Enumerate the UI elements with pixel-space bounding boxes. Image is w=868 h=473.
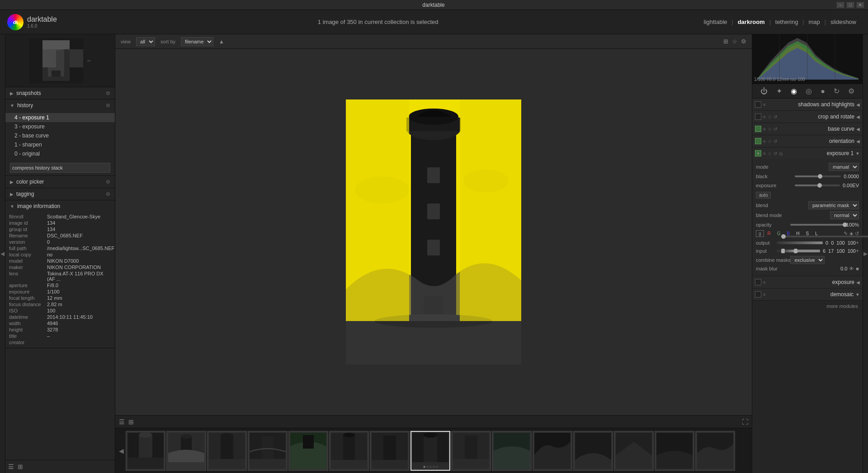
- filmstrip-thumb-1[interactable]: [126, 431, 165, 471]
- input-slider[interactable]: [777, 250, 820, 252]
- mode-select[interactable]: manual: [829, 163, 859, 171]
- input-add-icon[interactable]: +: [856, 248, 859, 254]
- snapshots-settings-icon[interactable]: ⚙: [106, 90, 110, 96]
- filmstrip-thumb-5[interactable]: [288, 431, 328, 471]
- module-orientation-header[interactable]: ≡ ☆ ↺ orientation ◀: [752, 135, 863, 147]
- orientation-reset-icon[interactable]: ↺: [774, 139, 777, 144]
- filmstrip-thumb-2[interactable]: [166, 431, 206, 471]
- chan-tab-g[interactable]: g: [756, 230, 764, 237]
- maximize-button[interactable]: □: [846, 2, 854, 8]
- power-icon[interactable]: ⏻: [760, 87, 768, 95]
- sort-order-icon[interactable]: ▲: [219, 38, 224, 45]
- nav-map[interactable]: map: [804, 17, 824, 27]
- opacity-slider[interactable]: [790, 221, 844, 228]
- filmstrip-thumb-13[interactable]: [614, 431, 654, 471]
- auto-button[interactable]: auto: [756, 192, 771, 199]
- thumbnail-expand[interactable]: ↔: [87, 58, 92, 63]
- tagging-header[interactable]: ▶ tagging ⚙: [5, 188, 115, 200]
- orientation-toggle[interactable]: [755, 138, 761, 144]
- module-demosaic-header[interactable]: ≡ demosaic ▼: [752, 289, 863, 300]
- demosaic-toggle[interactable]: [755, 291, 761, 298]
- color-picker-settings-icon[interactable]: ⚙: [106, 179, 110, 185]
- filmstrip-thumb-12[interactable]: [573, 431, 613, 471]
- detail-icon[interactable]: ●: [821, 87, 825, 95]
- filmstrip-thumb-15[interactable]: [695, 431, 735, 471]
- minimize-button[interactable]: –: [836, 2, 844, 8]
- base-curve-reset-icon[interactable]: ↺: [774, 127, 777, 132]
- module-exposure2-header[interactable]: ≡ exposure ◀: [752, 276, 863, 288]
- nav-slideshow[interactable]: slideshow: [826, 17, 861, 27]
- filmstrip-thumb-6[interactable]: [329, 431, 369, 471]
- filmstrip-thumb-9[interactable]: [451, 431, 491, 471]
- color-icon[interactable]: ◉: [791, 87, 797, 95]
- history-item-2[interactable]: 2 - base curve: [5, 131, 115, 140]
- filmstrip-left-arrow[interactable]: ◀: [117, 447, 126, 454]
- nav-darkroom[interactable]: darkroom: [733, 17, 769, 27]
- blend-mode-select[interactable]: normal: [830, 211, 859, 219]
- output-add-icon[interactable]: +: [856, 240, 859, 246]
- filmstrip-thumb-7[interactable]: [370, 431, 410, 471]
- crop-star-icon[interactable]: ☆: [768, 114, 772, 119]
- output-slider[interactable]: [777, 241, 823, 244]
- exposure2-toggle[interactable]: [755, 279, 761, 285]
- more-modules[interactable]: more modules: [752, 301, 863, 312]
- right-panel-collapse[interactable]: ▶: [863, 34, 868, 473]
- snapshots-header[interactable]: ▶ snapshots ⚙: [5, 87, 115, 99]
- filmstrip-thumb-active[interactable]: ★☆☆☆☆: [410, 431, 450, 471]
- filmstrip-thumb-14[interactable]: [655, 431, 694, 471]
- module-crop-header[interactable]: ≡ ☆ ↺ crop and rotate ◀: [752, 111, 863, 123]
- effect-icon[interactable]: ⚙: [848, 87, 854, 95]
- nav-lighttable[interactable]: lighttable: [699, 17, 732, 27]
- filmstrip-thumb-4[interactable]: [248, 431, 288, 471]
- module-shadows-header[interactable]: ≡ shadows and highlights ◀: [752, 99, 863, 110]
- base-curve-star-icon[interactable]: ☆: [768, 127, 772, 132]
- close-button[interactable]: ✕: [856, 2, 864, 8]
- mask-blur-lock-icon[interactable]: ■: [856, 266, 859, 271]
- combine-select[interactable]: exclusive: [790, 256, 825, 264]
- nav-tethering[interactable]: tethering: [771, 17, 803, 27]
- module-exposure-header[interactable]: ● ≡ ☆ ↺ ◎ exposure 1 ▼: [752, 147, 863, 159]
- history-item-0[interactable]: 0 - original: [5, 149, 115, 158]
- presets-icon[interactable]: ✦: [776, 87, 782, 95]
- left-toolbar-list-icon[interactable]: ☰: [8, 463, 14, 470]
- exposure-reset-icon[interactable]: ↺: [774, 151, 777, 156]
- black-slider[interactable]: [795, 173, 841, 180]
- left-panel-collapse[interactable]: ◀: [0, 34, 5, 473]
- filmstrip-thumb-11[interactable]: [533, 431, 572, 471]
- bottom-expand-icon[interactable]: ⛶: [742, 418, 748, 426]
- tagging-settings-icon[interactable]: ⚙: [106, 191, 110, 197]
- history-item-3[interactable]: 3 - exposure: [5, 122, 115, 131]
- grid-icon[interactable]: ⊞: [723, 38, 728, 45]
- left-toolbar-presets-icon[interactable]: ⊞: [18, 463, 23, 470]
- shadows-toggle[interactable]: [755, 101, 761, 108]
- view-select[interactable]: all: [136, 37, 155, 46]
- chan-tab-r[interactable]: R: [765, 230, 774, 237]
- exposure-slider[interactable]: [795, 182, 840, 189]
- bottom-list-icon[interactable]: ☰: [119, 418, 125, 426]
- mask-blur-eye-icon[interactable]: 👁: [849, 266, 854, 271]
- filmstrip-thumb-10[interactable]: [492, 431, 532, 471]
- base-curve-toggle[interactable]: [755, 126, 761, 132]
- history-settings-icon[interactable]: ⚙: [106, 103, 110, 109]
- blend-select[interactable]: parametric mask: [808, 201, 859, 209]
- module-base-curve-header[interactable]: ≡ ☆ ↺ base curve ◀: [752, 123, 863, 135]
- crop-reset-icon[interactable]: ↺: [774, 114, 777, 119]
- sort-select[interactable]: filename: [181, 37, 213, 46]
- correct-icon[interactable]: ◎: [806, 87, 812, 95]
- bottom-grid-icon[interactable]: ⊞: [128, 418, 134, 426]
- color-picker-header[interactable]: ▶ color picker ⚙: [5, 176, 115, 188]
- orientation-star-icon[interactable]: ☆: [768, 139, 772, 144]
- settings-icon[interactable]: ⚙: [741, 38, 746, 45]
- transform-icon[interactable]: ↻: [834, 87, 840, 95]
- history-header[interactable]: ▼ history ⚙: [5, 99, 115, 111]
- compress-history-button[interactable]: compress history stack: [10, 163, 110, 173]
- image-info-header[interactable]: ▼ image information: [5, 200, 115, 212]
- exposure-star-icon[interactable]: ☆: [768, 151, 772, 156]
- filmstrip-thumb-3[interactable]: [207, 431, 247, 471]
- history-item-4[interactable]: 4 - exposure 1: [5, 113, 115, 122]
- star-icon[interactable]: ☆: [732, 38, 737, 45]
- crop-toggle[interactable]: [755, 114, 761, 120]
- history-item-1[interactable]: 1 - sharpen: [5, 140, 115, 149]
- exposure-preset-icon[interactable]: ◎: [779, 151, 783, 156]
- exposure-toggle[interactable]: ●: [755, 150, 761, 156]
